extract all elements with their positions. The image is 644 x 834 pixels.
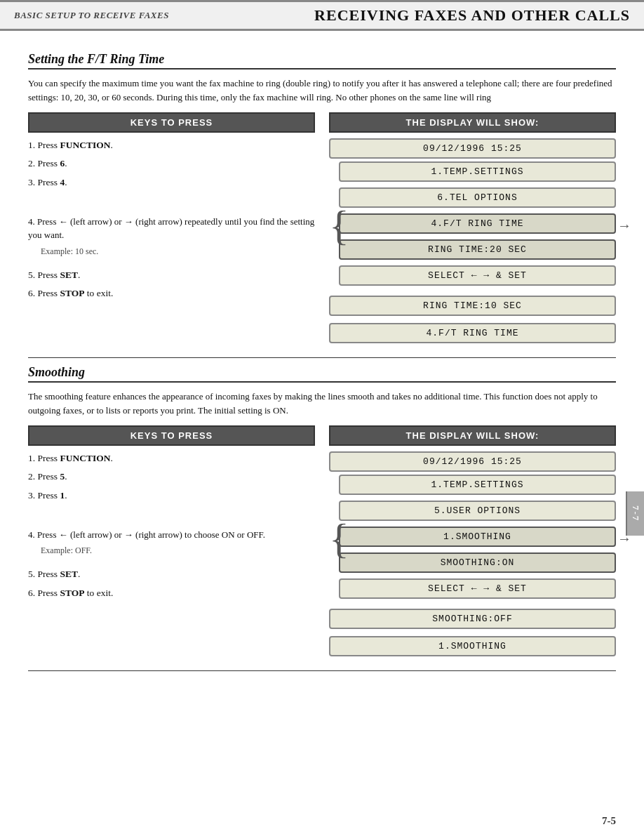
- step2-6-bold: STOP: [60, 588, 84, 598]
- section2-keys-col: KEYS TO PRESS 1. Press FUNCTION. 2. Pres…: [28, 425, 315, 604]
- step2-2-after: .: [65, 471, 67, 482]
- step2-3-text: Press: [38, 490, 60, 501]
- header-left: BASIC SETUP TO RECEIVE FAXES: [14, 10, 220, 21]
- step1-1-after: .: [110, 140, 112, 150]
- step2-1-after: .: [110, 453, 112, 463]
- section2-lcd-4: SELECT ← → & SET: [339, 578, 616, 599]
- step1-6-text: Press: [38, 288, 60, 298]
- step1-6: 6. Press STOP to exit.: [28, 286, 315, 300]
- section2-display-header: THE DISPLAY WILL SHOW:: [329, 425, 616, 446]
- step2-3: 3. Press 1.: [28, 489, 315, 503]
- section2-step56-lcd: 1.SMOOTHING: [329, 636, 616, 656]
- step1-1-bold: FUNCTION: [60, 140, 110, 150]
- step2-6-after: to exit.: [84, 588, 113, 598]
- section2-steps: 1. Press FUNCTION. 2. Press 5. 3. Press …: [28, 451, 315, 503]
- step1-4-example: Example: 10 sec.: [41, 246, 315, 257]
- section2-keys-header: KEYS TO PRESS: [28, 425, 315, 446]
- section2-lcd-3: SMOOTHING:ON: [339, 552, 616, 573]
- section1-lcd-3: RING TIME:20 SEC: [339, 239, 616, 260]
- section2-display-initial: 09/12/1996 15:25: [329, 451, 616, 472]
- header-right: RECEIVING FAXES AND OTHER CALLS: [220, 6, 630, 25]
- section1-steps-56: 5. Press SET. 6. Press STOP to exit.: [28, 268, 315, 301]
- section2-step4-display: SMOOTHING:OFF: [329, 609, 616, 629]
- step1-6-after: to exit.: [84, 288, 113, 298]
- section2-step4-lcd: SMOOTHING:OFF: [329, 609, 616, 629]
- section1-lcd-0: 1.TEMP.SETTINGS: [339, 161, 616, 182]
- section2-steps-56: 5. Press SET. 6. Press STOP to exit.: [28, 567, 315, 600]
- step1-1-text: Press: [38, 140, 60, 150]
- step2-5-after: .: [78, 569, 80, 579]
- section1-keys-header: KEYS TO PRESS: [28, 112, 315, 133]
- content: Setting the F/T Ring Time You can specif…: [0, 38, 644, 684]
- step2-2-num: 2.: [28, 471, 38, 482]
- step1-2-after: .: [65, 158, 67, 168]
- step1-5-text: Press: [38, 270, 60, 280]
- section2-display-stack: 1.TEMP.SETTINGS 5.USER OPTIONS 1.SMOOTHI…: [339, 475, 616, 602]
- section1-step4-display: RING TIME:10 SEC: [329, 296, 616, 316]
- section2-lcd-2: 1.SMOOTHING: [339, 527, 616, 547]
- step2-6-text: Press: [38, 588, 60, 598]
- section1-display-col: THE DISPLAY WILL SHOW: 09/12/1996 15:25 …: [329, 112, 616, 350]
- section2-lcd-0: 1.TEMP.SETTINGS: [339, 475, 616, 495]
- section1-step4-lcd: RING TIME:10 SEC: [329, 296, 616, 316]
- bottom-divider: [28, 670, 616, 671]
- step2-2: 2. Press 5.: [28, 470, 315, 484]
- section1-step4-desc: 4. Press ← (left arrow) or → (right arro…: [28, 215, 315, 257]
- step1-3-text: Press: [38, 177, 60, 187]
- step2-4-text: 4. Press ← (left arrow) or → (right arro…: [28, 528, 315, 542]
- step2-1: 1. Press FUNCTION.: [28, 451, 315, 465]
- section1-display-header: THE DISPLAY WILL SHOW:: [329, 112, 616, 133]
- page-number: 7-5: [602, 815, 616, 827]
- step1-5-after: .: [78, 270, 80, 280]
- step2-5: 5. Press SET.: [28, 567, 315, 581]
- step1-5: 5. Press SET.: [28, 268, 315, 282]
- step1-5-bold: SET: [60, 270, 78, 280]
- step1-5-num: 5.: [28, 270, 38, 280]
- section1-table: KEYS TO PRESS 1. Press FUNCTION. 2. Pres…: [28, 112, 616, 350]
- section1-step56-lcd: 4.F/T RING TIME: [329, 323, 616, 343]
- step2-5-text: Press: [38, 569, 60, 579]
- step2-6: 6. Press STOP to exit.: [28, 586, 315, 600]
- left-bracket-icon: {: [329, 204, 349, 246]
- step1-2-text: Press: [38, 158, 60, 168]
- step2-2-text: Press: [38, 471, 60, 482]
- page-header: BASIC SETUP TO RECEIVE FAXES RECEIVING F…: [0, 0, 644, 31]
- section1-step56-display: 4.F/T RING TIME: [329, 323, 616, 343]
- right-tab: 7-7: [626, 491, 644, 536]
- section2-step56-display: 1.SMOOTHING: [329, 636, 616, 656]
- step2-1-num: 1.: [28, 453, 38, 463]
- section1-steps: 1. Press FUNCTION. 2. Press 6. 3. Press …: [28, 138, 315, 190]
- step2-1-bold: FUNCTION: [60, 453, 110, 463]
- step1-2-num: 2.: [28, 158, 38, 168]
- step1-4-text: 4. Press ← (left arrow) or → (right arro…: [28, 215, 315, 242]
- section2-display-group: { 1.TEMP.SETTINGS 5.USER OPTIONS 1.SMOOT…: [339, 475, 616, 602]
- section1-lcd-2: 4.F/T RING TIME: [339, 213, 616, 234]
- right-arrow-icon: →: [617, 217, 631, 233]
- step1-1: 1. Press FUNCTION.: [28, 138, 315, 152]
- step1-6-bold: STOP: [60, 288, 84, 298]
- step1-6-num: 6.: [28, 288, 38, 298]
- section1-lcd-1: 6.TEL OPTIONS: [339, 187, 616, 208]
- section1-desc: You can specify the maximum time you wan…: [28, 77, 616, 104]
- section1-lcd-4: SELECT ← → & SET: [339, 265, 616, 286]
- section-divider: [28, 357, 616, 358]
- step2-5-num: 5.: [28, 569, 38, 579]
- section2-table: KEYS TO PRESS 1. Press FUNCTION. 2. Pres…: [28, 425, 616, 663]
- step2-3-num: 3.: [28, 490, 38, 501]
- step1-3: 3. Press 4.: [28, 176, 315, 190]
- step2-4-example: Example: OFF.: [41, 545, 315, 556]
- step2-1-text: Press: [38, 453, 60, 463]
- step2-6-num: 6.: [28, 588, 38, 598]
- section2-title: Smoothing: [28, 365, 616, 383]
- section2-lcd-1: 5.USER OPTIONS: [339, 501, 616, 521]
- step1-1-num: 1.: [28, 140, 38, 150]
- section1-title: Setting the F/T Ring Time: [28, 52, 616, 70]
- section1-display-initial: 09/12/1996 15:25: [329, 138, 616, 159]
- section2-desc: The smoothing feature enhances the appea…: [28, 390, 616, 417]
- step1-3-after: .: [65, 177, 67, 187]
- step1-3-num: 3.: [28, 177, 38, 187]
- section1-keys-col: KEYS TO PRESS 1. Press FUNCTION. 2. Pres…: [28, 112, 315, 305]
- step2-3-after: .: [65, 490, 67, 501]
- section2-step4-desc: 4. Press ← (left arrow) or → (right arro…: [28, 528, 315, 557]
- step1-2: 2. Press 6.: [28, 157, 315, 171]
